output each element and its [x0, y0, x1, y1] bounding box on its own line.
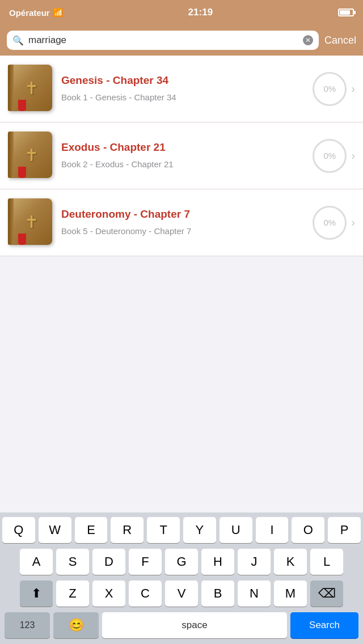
key-n[interactable]: N: [238, 581, 271, 607]
result-info-exodus: Exodus - Chapter 21 Book 2 - Exodus - Ch…: [61, 141, 305, 170]
key-u[interactable]: U: [220, 517, 252, 543]
book-cover: ✝: [8, 65, 52, 111]
result-title-genesis: Genesis - Chapter 34: [61, 74, 305, 87]
book-cover-exodus: ✝: [8, 132, 52, 178]
shift-key[interactable]: ⬆: [20, 581, 53, 607]
book-icon-deuteronomy: ✝: [8, 198, 53, 247]
battery-fill: [340, 10, 350, 15]
result-right-genesis: 0% ›: [313, 72, 355, 106]
key-g[interactable]: G: [165, 549, 198, 575]
book-icon-genesis: ✝: [8, 65, 53, 113]
keyboard: Q W E R T Y U I O P A S D F G H J K L ⬆ …: [0, 512, 363, 644]
result-item-exodus[interactable]: ✝ Exodus - Chapter 21 Book 2 - Exodus - …: [0, 122, 363, 189]
cross-icon: ✝: [24, 78, 39, 98]
search-input[interactable]: [28, 35, 298, 46]
key-i[interactable]: I: [256, 517, 289, 543]
wifi-icon: 📶: [53, 8, 63, 17]
result-right-deuteronomy: 0% ›: [313, 206, 355, 240]
search-area: 🔍 ✕ Cancel: [0, 25, 363, 56]
key-k[interactable]: K: [274, 549, 307, 575]
progress-circle-genesis: 0%: [313, 72, 347, 106]
progress-circle-exodus: 0%: [313, 139, 347, 173]
emoji-key[interactable]: 😊: [53, 612, 99, 638]
cross-icon-exodus: ✝: [24, 145, 39, 165]
bookmark-icon-deuteronomy: [18, 234, 26, 245]
status-time: 21:19: [188, 7, 213, 18]
cross-icon-deuteronomy: ✝: [24, 212, 39, 232]
result-subtitle-exodus: Book 2 - Exodus - Chapter 21: [61, 158, 305, 170]
cancel-button[interactable]: Cancel: [324, 35, 356, 46]
result-item-deuteronomy[interactable]: ✝ Deuteronomy - Chapter 7 Book 5 - Deute…: [0, 189, 363, 256]
search-glass-icon: 🔍: [12, 35, 24, 46]
space-key[interactable]: space: [102, 612, 287, 638]
key-o[interactable]: O: [292, 517, 324, 543]
key-w[interactable]: W: [39, 517, 71, 543]
keyboard-row-2: A S D F G H J K L: [2, 549, 361, 575]
key-f[interactable]: F: [129, 549, 162, 575]
key-r[interactable]: R: [111, 517, 143, 543]
status-right: [338, 9, 354, 16]
clear-button[interactable]: ✕: [303, 35, 313, 45]
numbers-key[interactable]: 123: [5, 612, 50, 638]
result-title-exodus: Exodus - Chapter 21: [61, 141, 305, 154]
bookmark-icon: [18, 100, 26, 111]
result-subtitle-deuteronomy: Book 5 - Deuteronomy - Chapter 7: [61, 225, 305, 237]
result-info-deuteronomy: Deuteronomy - Chapter 7 Book 5 - Deutero…: [61, 208, 305, 237]
carrier-info: Opérateur 📶: [9, 8, 63, 18]
key-s[interactable]: S: [56, 549, 89, 575]
keyboard-bottom-row: 123 😊 space Search: [2, 612, 361, 638]
result-subtitle-genesis: Book 1 - Genesis - Chapter 34: [61, 91, 305, 103]
chevron-right-icon-exodus: ›: [351, 149, 355, 162]
key-e[interactable]: E: [75, 517, 108, 543]
book-cover-deuteronomy: ✝: [8, 198, 52, 245]
bookmark-icon-exodus: [18, 167, 26, 178]
search-key[interactable]: Search: [290, 612, 358, 638]
key-t[interactable]: T: [147, 517, 180, 543]
key-x[interactable]: X: [92, 581, 125, 607]
key-j[interactable]: J: [238, 549, 271, 575]
search-input-wrap: 🔍 ✕: [7, 31, 319, 50]
key-b[interactable]: B: [201, 581, 234, 607]
result-right-exodus: 0% ›: [313, 139, 355, 173]
key-z[interactable]: Z: [56, 581, 89, 607]
key-p[interactable]: P: [328, 517, 361, 543]
key-y[interactable]: Y: [183, 517, 216, 543]
carrier-name: Opérateur: [9, 8, 50, 18]
result-item-genesis[interactable]: ✝ Genesis - Chapter 34 Book 1 - Genesis …: [0, 56, 363, 122]
results-list: ✝ Genesis - Chapter 34 Book 1 - Genesis …: [0, 56, 363, 256]
delete-key[interactable]: ⌫: [310, 581, 343, 607]
key-m[interactable]: M: [274, 581, 307, 607]
key-h[interactable]: H: [201, 549, 234, 575]
keyboard-row-1: Q W E R T Y U I O P: [2, 517, 361, 543]
key-v[interactable]: V: [165, 581, 198, 607]
result-info-genesis: Genesis - Chapter 34 Book 1 - Genesis - …: [61, 74, 305, 103]
key-c[interactable]: C: [129, 581, 162, 607]
battery-icon: [338, 9, 354, 16]
progress-circle-deuteronomy: 0%: [313, 206, 347, 240]
key-q[interactable]: Q: [2, 517, 35, 543]
status-bar: Opérateur 📶 21:19: [0, 0, 363, 25]
result-title-deuteronomy: Deuteronomy - Chapter 7: [61, 208, 305, 221]
chevron-right-icon-deuteronomy: ›: [351, 216, 355, 229]
key-a[interactable]: A: [20, 549, 53, 575]
keyboard-row-3: ⬆ Z X C V B N M ⌫: [2, 581, 361, 607]
key-l[interactable]: L: [310, 549, 343, 575]
chevron-right-icon-genesis: ›: [351, 82, 355, 95]
key-d[interactable]: D: [92, 549, 125, 575]
book-icon-exodus: ✝: [8, 132, 53, 180]
